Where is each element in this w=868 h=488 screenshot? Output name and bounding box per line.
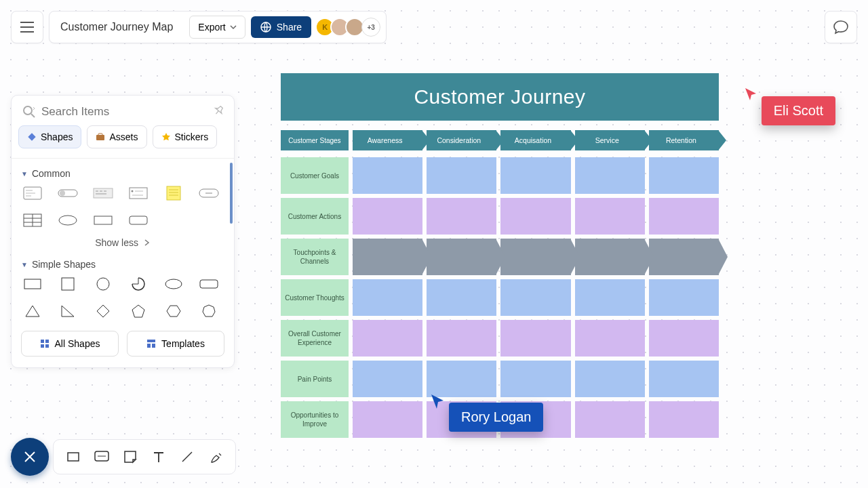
diagram-cell[interactable] — [353, 279, 422, 316]
tab-shapes[interactable]: Shapes — [18, 125, 81, 148]
row-label[interactable]: Pain Points — [281, 361, 349, 397]
tool-line[interactable] — [180, 449, 195, 464]
document-title[interactable]: Customer Journey Map — [60, 21, 184, 33]
diagram-cell[interactable] — [500, 157, 570, 194]
row-label[interactable]: Overall Customer Experience — [281, 320, 349, 357]
diagram-cell[interactable] — [427, 198, 496, 235]
diagram-cell[interactable] — [500, 198, 570, 235]
tool-pen[interactable] — [208, 449, 223, 464]
diagram-cell[interactable] — [649, 320, 719, 357]
diagram-title[interactable]: Customer Journey — [281, 73, 719, 121]
diagram-cell[interactable] — [427, 279, 496, 316]
cursor-icon — [744, 87, 759, 103]
section-simple[interactable]: ▼Simple Shapes — [21, 252, 224, 275]
diagram-cell[interactable] — [500, 320, 570, 357]
avatar-overflow[interactable]: +3 — [361, 18, 380, 37]
shape-ellipse-wide[interactable] — [58, 213, 78, 228]
row-label[interactable]: Customer Thoughts — [281, 279, 349, 316]
stage-consideration[interactable]: Consideration — [427, 130, 496, 150]
shape-pentagon[interactable] — [128, 304, 149, 319]
diagram-cell[interactable] — [500, 361, 570, 397]
shape-triangle[interactable] — [22, 304, 43, 319]
diagram-cell[interactable] — [500, 239, 570, 275]
diagram-cell[interactable] — [649, 279, 719, 316]
shape-rectangle[interactable] — [22, 277, 43, 291]
close-panel-button[interactable] — [11, 438, 49, 476]
shape-square[interactable] — [58, 277, 78, 291]
diagram-cell[interactable] — [649, 361, 719, 397]
stage-service[interactable]: Service — [575, 130, 645, 150]
stages-header[interactable]: Customer Stages — [281, 130, 349, 150]
stage-acquisition[interactable]: Acquisation — [500, 130, 570, 150]
shape-arc[interactable] — [128, 277, 149, 291]
show-less-toggle[interactable]: Show less — [21, 233, 224, 252]
diagram-cell[interactable] — [649, 401, 719, 438]
search-input[interactable] — [41, 105, 207, 119]
shape-oval[interactable] — [163, 277, 184, 291]
svg-rect-11 — [167, 186, 180, 200]
diagram-cell[interactable] — [353, 198, 422, 235]
shape-heptagon[interactable] — [199, 304, 219, 319]
shape-rounded-rect[interactable] — [128, 213, 149, 228]
share-button[interactable]: Share — [251, 16, 311, 38]
diagram-cell[interactable] — [575, 279, 645, 316]
diagram-cell[interactable] — [575, 157, 645, 194]
diagram-cell[interactable] — [575, 198, 645, 235]
row-label[interactable]: Customer Actions — [281, 198, 349, 235]
diagram-cell[interactable] — [427, 239, 496, 275]
diagram-cell[interactable] — [353, 361, 422, 397]
row-label[interactable]: Touchpoints & Channels — [281, 239, 349, 275]
diagram-row: Customer Actions — [281, 198, 719, 235]
shape-keyboard[interactable] — [93, 186, 113, 201]
diagram-cell[interactable] — [500, 279, 570, 316]
shape-table[interactable] — [22, 213, 43, 228]
tab-stickers[interactable]: Stickers — [153, 125, 218, 148]
tool-text[interactable] — [151, 449, 166, 464]
export-button[interactable]: Export — [189, 16, 245, 39]
journey-diagram[interactable]: Customer Journey Customer Stages Awarene… — [281, 73, 719, 438]
diagram-cell[interactable] — [575, 320, 645, 357]
diagram-cell[interactable] — [649, 239, 719, 275]
tab-assets[interactable]: Assets — [87, 125, 146, 148]
shape-hexagon[interactable] — [163, 304, 184, 319]
tool-rectangle[interactable] — [66, 449, 81, 464]
diagram-cell[interactable] — [427, 361, 496, 397]
row-label[interactable]: Opportunities to Improve — [281, 401, 349, 438]
templates-button[interactable]: Templates — [127, 331, 224, 357]
shape-rect-wide[interactable] — [93, 213, 113, 228]
diagram-cell[interactable] — [427, 157, 496, 194]
shape-diamond[interactable] — [93, 304, 113, 319]
shape-circle[interactable] — [93, 277, 113, 291]
stage-retention[interactable]: Retention — [649, 130, 719, 150]
all-shapes-button[interactable]: All Shapes — [21, 331, 119, 357]
cursor-eli-label: Eli Scott — [762, 96, 835, 125]
diagram-cell[interactable] — [649, 198, 719, 235]
shape-form[interactable] — [128, 186, 149, 201]
svg-point-1 — [24, 106, 32, 115]
globe-icon — [260, 22, 271, 33]
section-common[interactable]: ▼Common — [21, 161, 224, 184]
tool-card[interactable] — [94, 449, 109, 464]
comments-button[interactable] — [825, 11, 857, 43]
diagram-cell[interactable] — [649, 157, 719, 194]
tool-sticky[interactable] — [123, 449, 138, 464]
shape-button[interactable] — [199, 186, 219, 201]
diagram-cell[interactable] — [575, 401, 645, 438]
shape-sticky[interactable] — [163, 186, 184, 201]
diagram-cell[interactable] — [427, 320, 496, 357]
menu-button[interactable] — [11, 11, 43, 43]
shape-round-rect-2[interactable] — [199, 277, 219, 291]
shape-right-triangle[interactable] — [58, 304, 78, 319]
collaborator-avatars[interactable]: K +3 — [319, 18, 380, 37]
diagram-cell[interactable] — [353, 320, 422, 357]
diagram-cell[interactable] — [353, 157, 422, 194]
shape-card[interactable] — [22, 186, 43, 201]
diagram-cell[interactable] — [353, 239, 422, 275]
diagram-cell[interactable] — [575, 239, 645, 275]
diagram-cell[interactable] — [575, 361, 645, 397]
diagram-cell[interactable] — [353, 401, 422, 438]
row-label[interactable]: Customer Goals — [281, 157, 349, 194]
pin-icon[interactable] — [209, 103, 226, 121]
shape-toggle[interactable] — [58, 186, 78, 201]
stage-awareness[interactable]: Awareness — [353, 130, 422, 150]
